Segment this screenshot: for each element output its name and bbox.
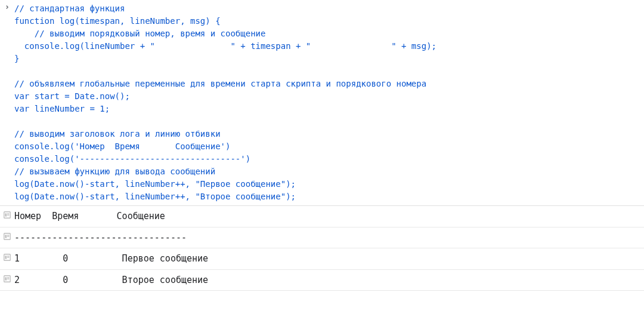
svg-rect-7 <box>7 236 10 236</box>
svg-rect-3 <box>7 215 10 216</box>
console-output-row: 1 0 Первое сообщение <box>0 248 644 270</box>
output-line: -------------------------------- <box>14 231 644 245</box>
svg-rect-11 <box>7 257 10 258</box>
svg-rect-1 <box>5 213 7 216</box>
svg-rect-9 <box>5 256 7 259</box>
log-icon <box>0 273 14 285</box>
svg-rect-6 <box>7 235 10 235</box>
svg-rect-5 <box>5 235 7 238</box>
svg-rect-10 <box>7 256 10 256</box>
console-input-row[interactable]: // стандартная функция function log(time… <box>0 0 644 206</box>
console-output-row: Номер Время Сообщение <box>0 206 644 227</box>
prompt-chevron-icon <box>0 2 14 203</box>
log-icon <box>0 210 14 221</box>
console-output-row: -------------------------------- <box>0 227 644 249</box>
svg-rect-15 <box>7 278 10 279</box>
log-icon <box>0 231 14 242</box>
output-line: 1 0 Первое сообщение <box>14 252 644 266</box>
svg-rect-14 <box>7 277 10 278</box>
output-line: Номер Время Сообщение <box>14 210 644 223</box>
output-line: 2 0 Второе сообщение <box>14 273 644 287</box>
code-input[interactable]: // стандартная функция function log(time… <box>14 2 644 203</box>
svg-rect-13 <box>5 277 7 280</box>
log-icon <box>0 252 14 263</box>
console-output-row: 2 0 Второе сообщение <box>0 270 644 291</box>
svg-rect-2 <box>7 213 10 214</box>
